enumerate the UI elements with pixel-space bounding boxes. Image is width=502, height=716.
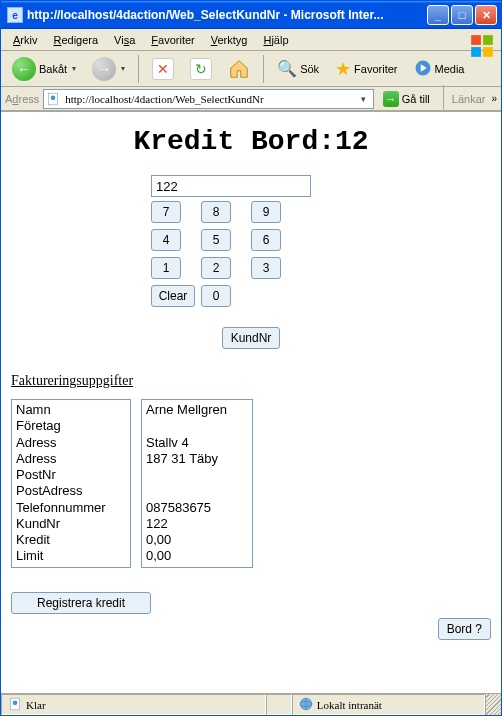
- titlebar: e http://localhost/4daction/Web_SelectKu…: [1, 1, 501, 29]
- expand-icon[interactable]: »: [491, 93, 497, 104]
- label-namn: Namn: [16, 402, 126, 418]
- key-9[interactable]: 9: [251, 201, 281, 223]
- svg-rect-2: [471, 47, 481, 57]
- value-telefon: 087583675: [146, 500, 248, 516]
- page-title: Kredit Bord:12: [11, 126, 491, 157]
- back-label: Bakåt: [39, 63, 67, 75]
- menu-arkiv[interactable]: Arkiv: [5, 32, 45, 48]
- home-button[interactable]: [221, 55, 257, 83]
- go-arrow-icon: →: [383, 91, 399, 107]
- value-limit: 0,00: [146, 548, 248, 564]
- keypad-zone: 7 8 9 4 5 6 1 2 3 Clear 0: [151, 175, 351, 307]
- media-icon: [414, 59, 432, 79]
- search-button[interactable]: 🔍 Sök: [270, 56, 326, 81]
- address-input-wrap[interactable]: ▾: [43, 89, 373, 109]
- key-4[interactable]: 4: [151, 229, 181, 251]
- page-icon: [46, 92, 60, 106]
- menubar: Arkiv Redigera Visa Favoriter Verktyg Hj…: [1, 29, 501, 51]
- info-labels-box: Namn Företag Adress Adress PostNr PostAd…: [11, 399, 131, 568]
- media-label: Media: [435, 63, 465, 75]
- ie-page-icon: e: [7, 7, 23, 23]
- key-6[interactable]: 6: [251, 229, 281, 251]
- search-icon: 🔍: [277, 59, 297, 78]
- statusbar: Klar Lokalt intranät: [1, 693, 501, 715]
- label-foretag: Företag: [16, 418, 126, 434]
- separator: [138, 55, 139, 83]
- menu-visa[interactable]: Visa: [106, 32, 143, 48]
- label-postadress: PostAdress: [16, 483, 126, 499]
- minimize-button[interactable]: _: [427, 5, 449, 25]
- back-button[interactable]: ← Bakåt ▾: [5, 54, 83, 84]
- label-postnr: PostNr: [16, 467, 126, 483]
- separator: [263, 55, 264, 83]
- separator: [443, 85, 444, 113]
- keypad: 7 8 9 4 5 6 1 2 3 Clear 0: [151, 201, 351, 307]
- svg-rect-3: [483, 47, 493, 57]
- info-tables: Namn Företag Adress Adress PostNr PostAd…: [11, 399, 491, 568]
- star-icon: ★: [335, 58, 351, 80]
- close-button[interactable]: ✕: [475, 5, 497, 25]
- page-content: Kredit Bord:12 7 8 9 4 5 6 1 2 3 Clear 0: [1, 111, 501, 693]
- kundnr-button[interactable]: KundNr: [222, 327, 281, 349]
- key-5[interactable]: 5: [201, 229, 231, 251]
- favorites-label: Favoriter: [354, 63, 397, 75]
- bord-button[interactable]: Bord ?: [438, 618, 491, 640]
- home-icon: [228, 58, 250, 80]
- address-input[interactable]: [63, 92, 356, 106]
- status-right-pane: Lokalt intranät: [292, 694, 485, 715]
- value-adress2: 187 31 Täby: [146, 451, 248, 467]
- value-foretag: [146, 418, 248, 434]
- stop-button[interactable]: ✕: [145, 55, 181, 83]
- info-values-box: Arne Mellgren Stallv 4 187 31 Täby 08758…: [141, 399, 253, 568]
- key-0[interactable]: 0: [201, 285, 231, 307]
- key-7[interactable]: 7: [151, 201, 181, 223]
- favorites-button[interactable]: ★ Favoriter: [328, 55, 404, 83]
- value-postnr: [146, 467, 248, 483]
- label-kundnr: KundNr: [16, 516, 126, 532]
- svg-point-8: [13, 700, 18, 705]
- status-left-pane: Klar: [1, 694, 266, 715]
- svg-rect-0: [471, 35, 481, 45]
- svg-rect-1: [483, 35, 493, 45]
- register-credit-button[interactable]: Registrera kredit: [11, 592, 151, 614]
- menu-favoriter[interactable]: Favoriter: [143, 32, 202, 48]
- value-kundnr: 122: [146, 516, 248, 532]
- forward-button[interactable]: → ▾: [85, 54, 132, 84]
- number-input[interactable]: [151, 175, 311, 197]
- label-telefon: Telefonnummer: [16, 500, 126, 516]
- chevron-down-icon: ▾: [121, 64, 125, 73]
- key-1[interactable]: 1: [151, 257, 181, 279]
- address-bar: Adress ▾ → Gå till Länkar »: [1, 87, 501, 111]
- label-adress2: Adress: [16, 451, 126, 467]
- key-2[interactable]: 2: [201, 257, 231, 279]
- status-left-text: Klar: [26, 699, 46, 711]
- back-arrow-icon: ←: [12, 57, 36, 81]
- chevron-down-icon: ▾: [72, 64, 76, 73]
- key-clear[interactable]: Clear: [151, 285, 195, 307]
- menu-verktyg[interactable]: Verktyg: [203, 32, 256, 48]
- media-button[interactable]: Media: [407, 56, 472, 82]
- value-postadress: [146, 483, 248, 499]
- links-label[interactable]: Länkar: [452, 93, 486, 105]
- svg-point-6: [51, 95, 56, 100]
- go-label: Gå till: [402, 93, 430, 105]
- maximize-button[interactable]: □: [451, 5, 473, 25]
- search-label: Sök: [300, 63, 319, 75]
- refresh-button[interactable]: ↻: [183, 55, 219, 83]
- forward-arrow-icon: →: [92, 57, 116, 81]
- resize-grip[interactable]: [485, 694, 501, 715]
- go-button[interactable]: → Gå till: [378, 89, 435, 109]
- window-title: http://localhost/4daction/Web_SelectKund…: [27, 8, 427, 22]
- status-right-text: Lokalt intranät: [317, 699, 382, 711]
- menu-redigera[interactable]: Redigera: [45, 32, 106, 48]
- value-adress1: Stallv 4: [146, 435, 248, 451]
- key-3[interactable]: 3: [251, 257, 281, 279]
- address-dropdown-icon[interactable]: ▾: [357, 94, 371, 104]
- refresh-icon: ↻: [190, 58, 212, 80]
- key-8[interactable]: 8: [201, 201, 231, 223]
- menu-hjalp[interactable]: Hjälp: [255, 32, 296, 48]
- status-mid-pane: [266, 694, 292, 715]
- label-limit: Limit: [16, 548, 126, 564]
- ie-logo-icon: [465, 29, 499, 63]
- address-label: Adress: [5, 93, 39, 105]
